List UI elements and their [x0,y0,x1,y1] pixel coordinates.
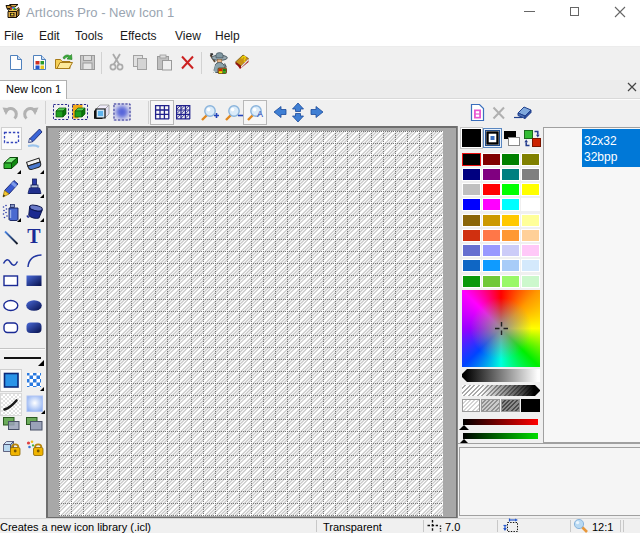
svg-text:A: A [257,109,263,119]
